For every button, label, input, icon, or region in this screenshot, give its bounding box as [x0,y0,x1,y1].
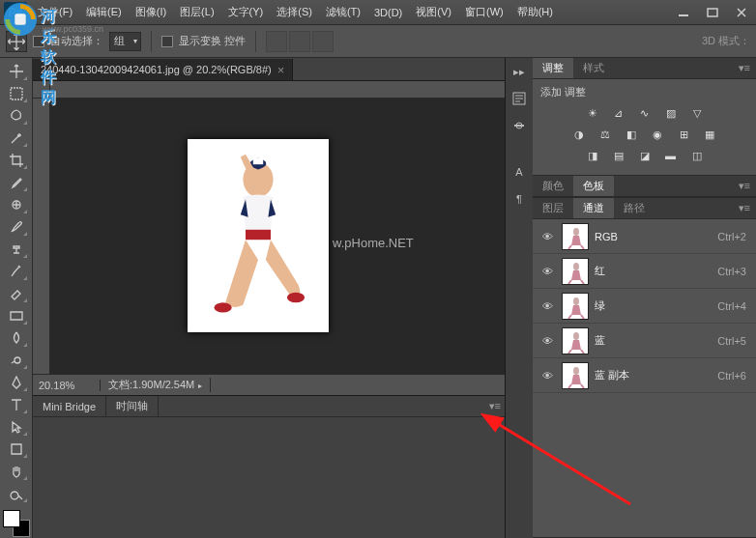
history-brush-tool[interactable] [5,262,28,281]
curves-icon[interactable]: ∿ [636,105,654,121]
balance-icon[interactable]: ⚖ [596,127,614,142]
panel-menu-icon[interactable]: ▾≡ [733,62,756,74]
panel-menu-icon[interactable]: ▾≡ [733,202,756,214]
svg-point-16 [573,297,579,305]
visibility-icon[interactable]: 👁 [538,266,556,277]
svg-point-20 [573,367,579,375]
auto-select-dropdown[interactable]: 组 [109,32,141,51]
panel-menu-icon[interactable]: ▾≡ [489,400,501,412]
exposure-icon[interactable]: ▨ [662,105,680,121]
healing-tool[interactable] [5,195,28,214]
panel-tab[interactable]: 图层 [533,198,573,218]
menu-item[interactable]: 滤镜(T) [319,5,367,19]
hand-tool[interactable] [5,462,28,481]
crop-tool[interactable] [5,151,28,170]
collapse-icon[interactable]: ▸▸ [509,62,529,81]
menu-item[interactable]: 3D(D) [367,7,409,18]
canvas[interactable] [188,139,329,332]
menu-item[interactable]: 编辑(E) [79,5,129,19]
character-icon[interactable]: A [509,162,529,182]
close-button[interactable] [727,3,756,22]
threshold-icon[interactable]: ◪ [636,148,654,163]
menu-item[interactable]: 窗口(W) [458,5,510,19]
selective-icon[interactable]: ◫ [688,148,706,163]
eraser-tool[interactable] [5,284,28,303]
channel-shortcut: Ctrl+3 [717,266,746,277]
stamp-tool[interactable] [5,240,28,259]
hue-icon[interactable]: ◑ [570,127,588,142]
path-select-tool[interactable] [5,417,28,437]
lookup-icon[interactable]: ▦ [701,127,718,142]
invert-icon[interactable]: ◨ [584,148,601,163]
channel-row[interactable]: 👁 绿 Ctrl+4 [533,289,756,324]
panel-tab[interactable]: 通道 [573,198,614,218]
dodge-tool[interactable] [5,351,28,370]
type-tool[interactable] [5,395,28,414]
panel-tab[interactable]: 路径 [614,198,654,218]
shape-tool[interactable] [5,439,28,459]
channel-row[interactable]: 👁 蓝 副本 Ctrl+6 [533,358,756,393]
blur-tool[interactable] [5,328,28,348]
bw-icon[interactable]: ◧ [623,127,640,142]
adjustments-panel: 调整样式▾≡ 添加 调整 ☀ ⊿ ∿ ▨ ▽ ◑ ⚖ ◧ ◉ [533,58,756,176]
wand-tool[interactable] [5,128,28,148]
visibility-icon[interactable]: 👁 [538,231,556,242]
panel-tab[interactable]: 色板 [573,176,614,196]
panel-tab[interactable]: 样式 [573,58,614,78]
show-transform-checkbox[interactable] [161,36,173,47]
mixer-icon[interactable]: ⊞ [675,127,692,142]
channel-thumbnail [562,362,589,389]
ruler-vertical[interactable] [33,99,50,374]
color-swatch[interactable] [3,510,30,537]
levels-icon[interactable]: ⊿ [610,105,627,121]
ruler-horizontal[interactable] [50,81,505,99]
brush-tool[interactable] [5,217,28,237]
panel-tab[interactable]: 颜色 [533,176,573,196]
menu-item[interactable]: 文字(Y) [221,5,271,19]
channel-name: 绿 [595,298,717,313]
close-tab-icon[interactable]: × [277,63,285,77]
gradient-tool[interactable] [5,306,28,326]
photo-filter-icon[interactable]: ◉ [649,127,666,142]
channel-row[interactable]: 👁 红 Ctrl+3 [533,254,756,289]
zoom-level[interactable]: 20.18% [33,380,101,391]
panel-tab[interactable]: 调整 [533,58,573,78]
vibrance-icon[interactable]: ▽ [688,105,706,121]
document-tab[interactable]: 240440-13042009424061.jpg @ 20.2%(RGB/8#… [33,59,293,80]
channel-row[interactable]: 👁 蓝 Ctrl+5 [533,324,756,358]
channel-thumbnail [562,293,589,320]
svg-point-18 [573,332,579,340]
menu-item[interactable]: 文件(F) [31,5,79,19]
visibility-icon[interactable]: 👁 [538,300,556,312]
panel-menu-icon[interactable]: ▾≡ [733,180,756,192]
properties-icon[interactable] [509,116,529,135]
main-menu: 文件(F)编辑(E)图像(I)图层(L)文字(Y)选择(S)滤镜(T)3D(D)… [31,0,560,24]
marquee-tool[interactable] [5,84,28,103]
channel-row[interactable]: 👁 RGB Ctrl+2 [533,219,756,254]
move-tool-indicator[interactable] [6,31,27,52]
history-icon[interactable] [509,89,529,108]
gradient-map-icon[interactable]: ▬ [662,148,680,163]
zoom-tool[interactable] [5,484,28,503]
document-info[interactable]: 文档:1.90M/2.54M [101,378,211,392]
lasso-tool[interactable] [5,106,28,126]
move-tool[interactable] [5,62,28,81]
posterize-icon[interactable]: ▤ [610,148,627,163]
menu-item[interactable]: 图层(L) [173,5,220,19]
eyedropper-tool[interactable] [5,173,28,192]
paragraph-icon[interactable]: ¶ [509,189,529,209]
maximize-button[interactable] [698,3,727,22]
bottom-tab[interactable]: Mini Bridge [33,396,106,416]
menu-item[interactable]: 帮助(H) [510,5,560,19]
visibility-icon[interactable]: 👁 [538,370,556,382]
pen-tool[interactable] [5,373,28,392]
menu-item[interactable]: 选择(S) [270,5,319,19]
auto-select-checkbox[interactable] [33,36,44,47]
menu-item[interactable]: 图像(I) [129,5,173,19]
minimize-button[interactable] [669,3,698,22]
menu-item[interactable]: 视图(V) [409,5,458,19]
brightness-icon[interactable]: ☀ [584,105,601,121]
bottom-tab[interactable]: 时间轴 [106,396,159,416]
bottom-panel: Mini Bridge时间轴▾≡ [33,395,505,538]
visibility-icon[interactable]: 👁 [538,335,556,347]
